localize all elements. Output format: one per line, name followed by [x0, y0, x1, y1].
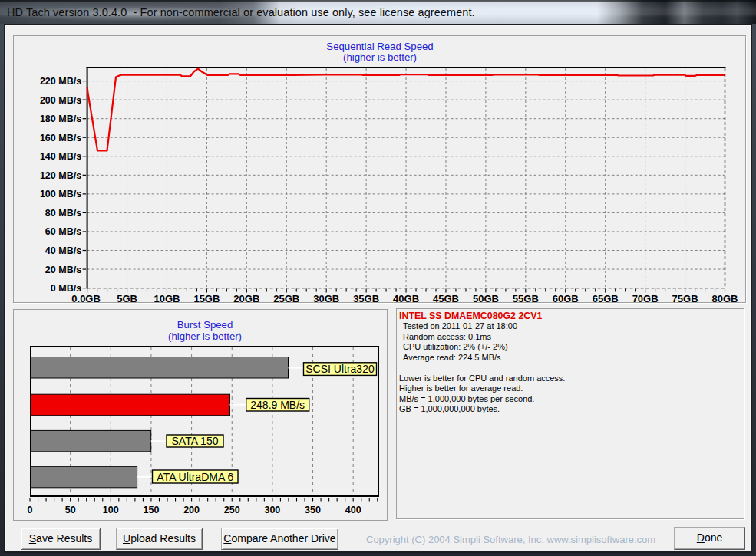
- svg-text:SATA 150: SATA 150: [172, 435, 219, 447]
- svg-text:65GB: 65GB: [593, 293, 619, 302]
- svg-text:55GB: 55GB: [513, 293, 539, 302]
- svg-text:300: 300: [264, 505, 280, 515]
- svg-text:20GB: 20GB: [233, 293, 259, 302]
- svg-text:220 MB/s: 220 MB/s: [40, 76, 81, 87]
- svg-text:120 MB/s: 120 MB/s: [40, 170, 81, 181]
- svg-text:100 MB/s: 100 MB/s: [40, 189, 81, 199]
- svg-text:75GB: 75GB: [672, 293, 698, 302]
- svg-text:(higher is better): (higher is better): [343, 51, 417, 63]
- svg-text:30GB: 30GB: [313, 293, 339, 302]
- svg-text:100: 100: [103, 505, 119, 515]
- svg-text:50GB: 50GB: [473, 293, 499, 302]
- svg-text:70GB: 70GB: [632, 293, 659, 302]
- svg-text:160 MB/s: 160 MB/s: [40, 133, 81, 143]
- svg-text:0: 0: [28, 505, 33, 515]
- svg-text:0.0GB: 0.0GB: [71, 293, 101, 302]
- svg-text:350: 350: [305, 505, 321, 515]
- svg-text:140 MB/s: 140 MB/s: [40, 151, 81, 162]
- svg-text:150: 150: [144, 505, 160, 515]
- svg-text:60GB: 60GB: [553, 293, 579, 302]
- svg-text:80 MB/s: 80 MB/s: [45, 208, 81, 219]
- svg-text:180 MB/s: 180 MB/s: [40, 114, 81, 124]
- svg-text:0 MB/s: 0 MB/s: [51, 283, 81, 294]
- svg-text:Burst Speed: Burst Speed: [177, 319, 233, 331]
- svg-text:60 MB/s: 60 MB/s: [45, 226, 81, 237]
- svg-text:10GB: 10GB: [154, 293, 180, 302]
- svg-text:248.9 MB/s: 248.9 MB/s: [250, 399, 305, 411]
- svg-text:(higher is better): (higher is better): [168, 331, 242, 342]
- svg-text:40GB: 40GB: [393, 293, 419, 302]
- svg-text:40 MB/s: 40 MB/s: [45, 245, 81, 256]
- svg-text:15GB: 15GB: [193, 293, 220, 302]
- svg-text:250: 250: [224, 505, 240, 515]
- svg-text:45GB: 45GB: [433, 293, 459, 302]
- svg-text:35GB: 35GB: [353, 293, 379, 302]
- svg-text:5GB: 5GB: [117, 293, 137, 302]
- svg-text:Sequential Read Speed: Sequential Read Speed: [326, 41, 433, 52]
- svg-text:20 MB/s: 20 MB/s: [45, 265, 81, 275]
- svg-text:200 MB/s: 200 MB/s: [40, 95, 81, 106]
- svg-text:ATA UltraDMA 6: ATA UltraDMA 6: [157, 471, 233, 483]
- svg-text:400: 400: [345, 505, 361, 515]
- svg-text:80GB: 80GB: [712, 293, 738, 302]
- svg-text:25GB: 25GB: [273, 293, 299, 302]
- svg-text:SCSI Ultra320: SCSI Ultra320: [305, 363, 375, 375]
- svg-text:50: 50: [65, 505, 76, 515]
- svg-text:200: 200: [183, 505, 200, 515]
